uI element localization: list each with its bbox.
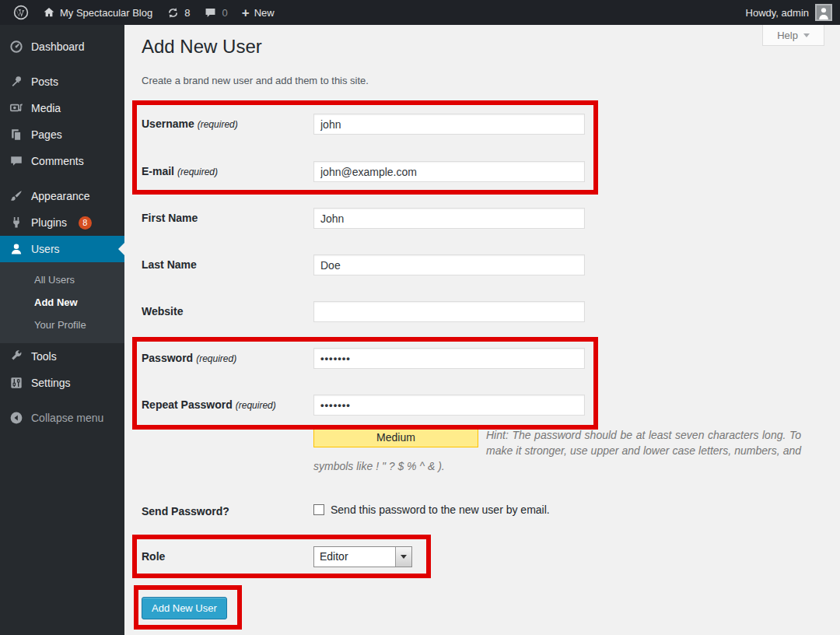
submenu-item-add-new[interactable]: Add New xyxy=(0,291,124,314)
users-submenu: All Users Add New Your Profile xyxy=(0,262,124,343)
sidebar-item-label: Media xyxy=(31,102,61,114)
send-password-checkbox-label: Send this password to the new user by em… xyxy=(331,503,550,516)
repeat-password-label: Repeat Password(required) xyxy=(142,395,309,416)
username-label: Username(required) xyxy=(142,114,309,135)
required-note: (required) xyxy=(198,119,238,130)
admin-bar-left: My Spectacular Blog 8 0 + New xyxy=(0,0,746,25)
sidebar-item-media[interactable]: Media xyxy=(0,95,124,121)
sidebar-item-comments[interactable]: Comments xyxy=(0,148,124,174)
howdy-menu[interactable]: Howdy, admin xyxy=(746,7,809,19)
collapse-icon xyxy=(9,410,24,426)
tools-icon xyxy=(9,349,24,364)
website-field[interactable] xyxy=(313,301,585,322)
person-icon xyxy=(817,5,831,19)
sidebar-item-label: Posts xyxy=(31,75,58,88)
sidebar-item-label: Users xyxy=(31,243,60,255)
username-field[interactable] xyxy=(313,114,585,135)
add-new-user-button[interactable]: Add New User xyxy=(142,597,227,619)
chevron-down-icon xyxy=(401,555,407,559)
send-password-row: Send this password to the new user by em… xyxy=(313,503,550,516)
last-name-label: Last Name xyxy=(142,254,309,275)
sidebar-item-appearance[interactable]: Appearance xyxy=(0,183,124,209)
repeat-password-field[interactable] xyxy=(313,395,585,416)
page-title: Add New User xyxy=(142,36,262,58)
password-field[interactable] xyxy=(313,348,585,369)
pages-icon xyxy=(9,127,24,142)
help-button[interactable]: Help xyxy=(762,25,824,46)
submenu-item-all-users[interactable]: All Users xyxy=(0,268,124,291)
new-content-menu[interactable]: + New xyxy=(235,0,282,25)
sidebar-item-label: Comments xyxy=(31,155,84,167)
site-name-menu[interactable]: My Spectacular Blog xyxy=(36,0,159,25)
site-name-label: My Spectacular Blog xyxy=(60,7,152,19)
role-selected-value: Editor xyxy=(314,547,395,567)
required-note: (required) xyxy=(196,353,236,364)
comments-count: 0 xyxy=(222,7,227,19)
sidebar: Dashboard Posts Media xyxy=(0,25,124,635)
sidebar-item-label: Collapse menu xyxy=(31,412,103,424)
users-icon xyxy=(9,241,24,257)
first-name-field[interactable] xyxy=(313,208,585,229)
role-select-arrow-button[interactable] xyxy=(395,547,411,567)
updates-count: 8 xyxy=(184,7,190,19)
required-note: (required) xyxy=(236,400,276,411)
role-label: Role xyxy=(142,546,309,567)
sidebar-item-users[interactable]: Users xyxy=(0,236,124,262)
last-name-field[interactable] xyxy=(313,254,585,275)
appearance-icon xyxy=(9,188,24,204)
first-name-label: First Name xyxy=(142,208,309,229)
plugins-update-badge: 8 xyxy=(79,216,92,230)
updates-icon xyxy=(166,6,180,19)
password-label: Password(required) xyxy=(142,348,309,370)
main-content: Help Add New User Create a brand new use… xyxy=(124,25,840,635)
help-label: Help xyxy=(777,30,798,41)
page-subtitle: Create a brand new user and add them to … xyxy=(142,75,369,86)
admin-bar-right: Howdy, admin xyxy=(746,4,840,21)
password-strength-meter: Medium xyxy=(313,427,478,447)
home-icon xyxy=(43,6,55,19)
sidebar-item-label: Pages xyxy=(31,128,62,141)
admin-bar: My Spectacular Blog 8 0 + New Howdy, adm… xyxy=(0,0,840,25)
plus-icon: + xyxy=(242,6,250,19)
chevron-down-icon xyxy=(803,33,810,37)
send-password-label: Send Password? xyxy=(142,501,309,522)
password-hint: Medium Hint: The password should be at l… xyxy=(313,427,801,474)
sidebar-item-label: Appearance xyxy=(31,190,90,202)
sidebar-item-label: Settings xyxy=(31,377,71,389)
settings-icon xyxy=(9,375,24,391)
wordpress-logo-icon xyxy=(13,5,29,20)
submenu-item-your-profile[interactable]: Your Profile xyxy=(0,314,124,336)
send-password-checkbox[interactable] xyxy=(313,504,324,515)
sidebar-item-tools[interactable]: Tools xyxy=(0,343,124,370)
sidebar-item-label: Plugins xyxy=(31,216,67,229)
avatar-image xyxy=(817,5,831,19)
role-select[interactable]: Editor xyxy=(313,546,412,567)
new-label: New xyxy=(254,7,275,19)
website-label: Website xyxy=(142,301,309,322)
wordpress-logo-icon[interactable] xyxy=(6,0,36,25)
required-note: (required) xyxy=(177,167,218,177)
email-label: E-mail(required) xyxy=(142,161,309,183)
sidebar-item-collapse-menu[interactable]: Collapse menu xyxy=(0,405,124,431)
media-icon xyxy=(9,100,24,116)
sidebar-item-label: Dashboard xyxy=(31,40,85,53)
avatar[interactable] xyxy=(815,4,832,21)
comment-bubble-icon xyxy=(204,6,217,19)
comments-icon xyxy=(9,153,24,169)
sidebar-item-plugins[interactable]: Plugins 8 xyxy=(0,209,124,236)
sidebar-item-label: Tools xyxy=(31,350,57,363)
plugins-icon xyxy=(9,215,24,230)
updates-menu[interactable]: 8 xyxy=(159,0,197,25)
comments-menu[interactable]: 0 xyxy=(197,0,234,25)
pin-icon xyxy=(9,74,24,89)
email-field[interactable] xyxy=(313,161,585,182)
sidebar-item-settings[interactable]: Settings xyxy=(0,370,124,396)
sidebar-item-posts[interactable]: Posts xyxy=(0,68,124,95)
sidebar-item-dashboard[interactable]: Dashboard xyxy=(0,33,124,60)
sidebar-item-pages[interactable]: Pages xyxy=(0,121,124,148)
dashboard-icon xyxy=(9,39,24,54)
